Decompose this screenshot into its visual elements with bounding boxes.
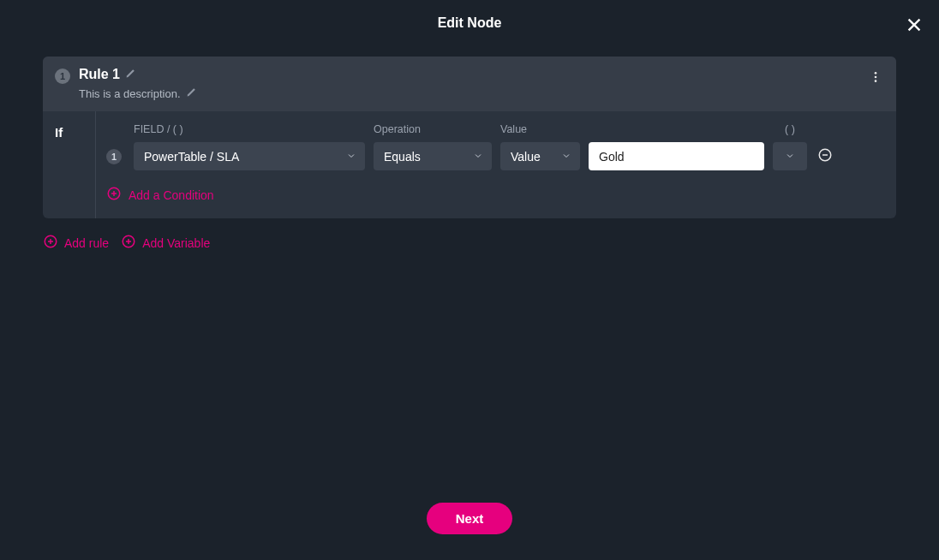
chevron-down-icon bbox=[346, 150, 356, 164]
plus-circle-icon bbox=[106, 186, 122, 204]
pencil-icon bbox=[186, 86, 197, 100]
pencil-icon bbox=[125, 67, 136, 81]
chevron-down-icon bbox=[473, 150, 483, 164]
rule-card: 1 Rule 1 This is a description. bbox=[43, 57, 896, 218]
modal-footer: Next bbox=[0, 484, 939, 560]
add-rule-button[interactable]: Add rule bbox=[43, 234, 109, 252]
rule-description: This is a description. bbox=[79, 87, 181, 100]
value-type-select[interactable]: Value bbox=[500, 142, 580, 170]
rule-more-button[interactable] bbox=[865, 67, 886, 91]
if-label: If bbox=[43, 111, 96, 218]
bottom-actions: Add rule Add Variable bbox=[43, 234, 896, 252]
rule-title-wrap: Rule 1 This is a description. bbox=[79, 67, 197, 101]
header-value bbox=[589, 123, 764, 135]
rule-title: Rule 1 bbox=[79, 67, 120, 82]
next-button[interactable]: Next bbox=[427, 503, 513, 534]
add-condition-button[interactable]: Add a Condition bbox=[106, 186, 214, 204]
condition-headers: FIELD / ( ) Operation Value ( ) bbox=[106, 123, 884, 135]
modal-title: Edit Node bbox=[0, 15, 939, 31]
minus-circle-icon bbox=[817, 151, 833, 165]
add-condition-label: Add a Condition bbox=[129, 188, 214, 202]
add-variable-label: Add Variable bbox=[142, 236, 210, 250]
close-icon bbox=[905, 22, 924, 37]
condition-row: 1 PowerTable / SLA Equals bbox=[106, 142, 884, 170]
conditions-column: FIELD / ( ) Operation Value ( ) 1 PowerT… bbox=[96, 111, 896, 218]
edit-node-modal: Edit Node 1 Rule 1 bbox=[0, 0, 939, 560]
value-type-select-value: Value bbox=[511, 150, 541, 164]
more-vertical-icon bbox=[869, 72, 882, 86]
svg-point-1 bbox=[875, 76, 877, 79]
chevron-down-icon bbox=[785, 150, 795, 164]
modal-header: Edit Node bbox=[0, 0, 939, 39]
svg-point-2 bbox=[875, 80, 877, 82]
header-value-type: Value bbox=[500, 123, 580, 135]
rule-body: If FIELD / ( ) Operation Value ( ) 1 Pow… bbox=[43, 111, 896, 218]
rule-header: 1 Rule 1 This is a description. bbox=[43, 57, 896, 111]
add-rule-label: Add rule bbox=[64, 236, 109, 250]
edit-title-button[interactable] bbox=[125, 67, 136, 82]
rule-number-badge: 1 bbox=[55, 69, 70, 84]
header-paren: ( ) bbox=[773, 123, 807, 135]
header-field: FIELD / ( ) bbox=[134, 123, 365, 135]
value-input[interactable] bbox=[589, 142, 764, 170]
modal-content: 1 Rule 1 This is a description. bbox=[0, 39, 939, 484]
operation-select[interactable]: Equals bbox=[374, 142, 492, 170]
svg-point-0 bbox=[875, 72, 877, 74]
operation-select-value: Equals bbox=[384, 150, 421, 164]
header-operation: Operation bbox=[374, 123, 492, 135]
field-select-value: PowerTable / SLA bbox=[144, 150, 239, 164]
chevron-down-icon bbox=[561, 150, 571, 164]
edit-description-button[interactable] bbox=[186, 86, 197, 101]
paren-select[interactable] bbox=[773, 142, 807, 170]
add-variable-button[interactable]: Add Variable bbox=[121, 234, 210, 252]
field-select[interactable]: PowerTable / SLA bbox=[134, 142, 365, 170]
plus-circle-icon bbox=[43, 234, 58, 252]
remove-condition-button[interactable] bbox=[817, 147, 833, 166]
condition-row-number: 1 bbox=[106, 149, 122, 164]
next-button-label: Next bbox=[456, 511, 484, 526]
close-button[interactable] bbox=[905, 15, 924, 38]
plus-circle-icon bbox=[121, 234, 136, 252]
